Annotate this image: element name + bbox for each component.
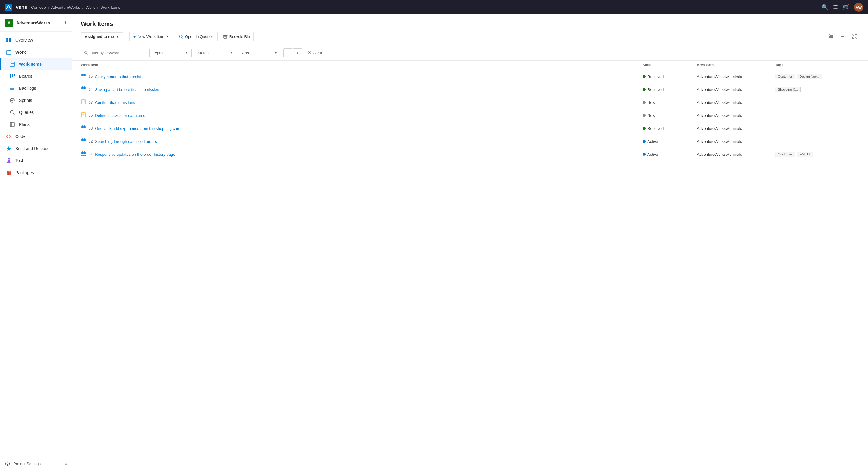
item-id: 67 <box>89 100 93 104</box>
area-path: AdventureWorks\Admirals <box>697 113 775 118</box>
svg-rect-58 <box>81 152 86 156</box>
svg-rect-27 <box>224 36 227 38</box>
collapse-icon[interactable]: « <box>65 462 67 466</box>
topbar-left: VSTS Contoso / AdventureWorks / Work / W… <box>5 4 120 11</box>
state-dot <box>643 114 646 117</box>
sidebar-item-code[interactable]: Code <box>0 130 72 143</box>
project-name: AdventureWorks <box>16 21 61 25</box>
next-filter-button[interactable]: › <box>293 48 302 57</box>
content-area: Work Items Assigned to me ▼ + New Work I… <box>72 14 868 470</box>
item-title[interactable]: One-click add experience from the shoppi… <box>95 126 180 131</box>
sidebar-item-work[interactable]: Work <box>0 46 72 58</box>
state-label: Resolved <box>647 126 664 131</box>
tag[interactable]: Customer <box>775 74 795 79</box>
sidebar-item-sprints[interactable]: Sprints <box>0 94 72 106</box>
table-row[interactable]: 64 Saving a cart before final submission… <box>81 83 860 96</box>
sidebar-item-plans[interactable]: Plans <box>0 118 72 130</box>
sidebar-item-queries[interactable]: Queries <box>0 106 72 118</box>
overview-icon <box>6 37 12 43</box>
svg-rect-1 <box>6 38 8 40</box>
main-layout: A AdventureWorks + Overview Work <box>0 14 868 470</box>
avatar[interactable]: AW <box>854 3 863 12</box>
sidebar-label-boards: Boards <box>19 74 32 79</box>
table-row[interactable]: 61 Responsive updates on the order histo… <box>81 148 860 161</box>
toolbar: Assigned to me ▼ + New Work Item ▼ Open … <box>81 32 860 41</box>
tag[interactable]: Design Nee... <box>797 74 823 79</box>
state-cell: Resolved <box>643 87 697 92</box>
work-item-cell: 65 Sticky headers that persist <box>81 73 643 80</box>
item-id: 61 <box>89 152 93 156</box>
types-chevron-icon: ▼ <box>185 51 188 55</box>
work-icon <box>6 49 12 55</box>
recycle-bin-button[interactable]: Recycle Bin <box>219 32 254 41</box>
svg-rect-4 <box>9 40 11 42</box>
table-row[interactable]: 62 Searching through cancelled orders Ac… <box>81 135 860 148</box>
area-path: AdventureWorks\Admirals <box>697 100 775 105</box>
sidebar-footer[interactable]: Project Settings « <box>0 457 72 470</box>
item-title[interactable]: Saving a cart before final submission <box>95 87 159 92</box>
item-id: 64 <box>89 87 93 92</box>
area-dropdown[interactable]: Area ▼ <box>239 49 281 57</box>
clear-button[interactable]: Clear <box>304 49 325 57</box>
add-project-icon[interactable]: + <box>64 20 67 26</box>
tag[interactable]: Customer <box>775 152 795 157</box>
search-icon[interactable]: 🔍 <box>822 4 828 10</box>
area-chevron-icon: ▼ <box>274 51 278 55</box>
col-header-state: State <box>643 63 697 67</box>
clear-label: Clear <box>313 51 322 55</box>
types-dropdown[interactable]: Types ▼ <box>150 49 192 57</box>
types-label: Types <box>153 51 183 55</box>
sidebar-item-work-items[interactable]: Work Items <box>0 58 72 70</box>
new-work-item-button[interactable]: + New Work Item ▼ <box>129 32 173 41</box>
states-label: States <box>197 51 228 55</box>
sidebar-item-packages[interactable]: Packages <box>0 167 72 179</box>
build-icon <box>6 146 12 152</box>
table-row[interactable]: 66 Define all sizes for cart items New A… <box>81 109 860 122</box>
assigned-to-me-label: Assigned to me <box>85 34 114 39</box>
item-title[interactable]: Searching through cancelled orders <box>95 139 157 144</box>
assigned-to-me-button[interactable]: Assigned to me ▼ <box>81 32 123 41</box>
svg-rect-40 <box>81 75 86 78</box>
list-icon[interactable]: ☰ <box>833 4 838 10</box>
assigned-dropdown-icon: ▼ <box>116 35 119 38</box>
expand-button[interactable] <box>850 32 860 41</box>
app-brand: VSTS <box>16 5 27 10</box>
tag[interactable]: Shopping C... <box>775 87 801 92</box>
sidebar-item-boards[interactable]: Boards <box>0 70 72 82</box>
sidebar-item-test[interactable]: Test <box>0 155 72 167</box>
work-items-table: Work item State Area Path Tags 65 Sticky… <box>72 61 868 470</box>
states-dropdown[interactable]: States ▼ <box>194 49 236 57</box>
open-in-queries-button[interactable]: Open in Queries <box>175 32 218 41</box>
view-options-button[interactable] <box>826 32 835 41</box>
item-title[interactable]: Confirm that items land <box>95 100 135 105</box>
sidebar-item-backlogs[interactable]: Backlogs <box>0 82 72 94</box>
work-item-cell: 63 One-click add experience from the sho… <box>81 125 643 132</box>
svg-point-25 <box>6 462 10 466</box>
sidebar-label-work: Work <box>16 50 26 55</box>
bag-icon[interactable]: 🛒 <box>843 4 849 10</box>
svg-rect-10 <box>10 74 11 78</box>
item-title[interactable]: Define all sizes for cart items <box>95 113 145 118</box>
sidebar-item-build[interactable]: Build and Release <box>0 143 72 155</box>
sidebar-item-overview[interactable]: Overview <box>0 34 72 46</box>
project-settings-label: Project Settings <box>13 462 41 466</box>
table-row[interactable]: 65 Sticky headers that persist Resolved … <box>81 70 860 83</box>
state-label: New <box>647 113 655 118</box>
sidebar-label-packages: Packages <box>16 170 34 175</box>
table-row[interactable]: 67 Confirm that items land New Adventure… <box>81 96 860 109</box>
item-title[interactable]: Responsive updates on the order history … <box>95 152 175 157</box>
feature-icon <box>81 125 86 132</box>
test-icon <box>6 158 12 164</box>
filter-button[interactable] <box>838 32 847 41</box>
prev-filter-button[interactable]: ‹ <box>283 48 292 57</box>
svg-rect-19 <box>10 122 14 127</box>
item-title[interactable]: Sticky headers that persist <box>95 74 141 79</box>
table-row[interactable]: 63 One-click add experience from the sho… <box>81 122 860 135</box>
project-avatar: A <box>5 19 13 27</box>
col-header-tags: Tags <box>775 63 860 67</box>
table-header: Work item State Area Path Tags <box>81 61 860 70</box>
state-cell: Active <box>643 152 697 157</box>
keyword-input[interactable] <box>90 51 144 55</box>
tag[interactable]: Web UI <box>797 152 813 157</box>
keyword-filter[interactable] <box>81 49 147 57</box>
